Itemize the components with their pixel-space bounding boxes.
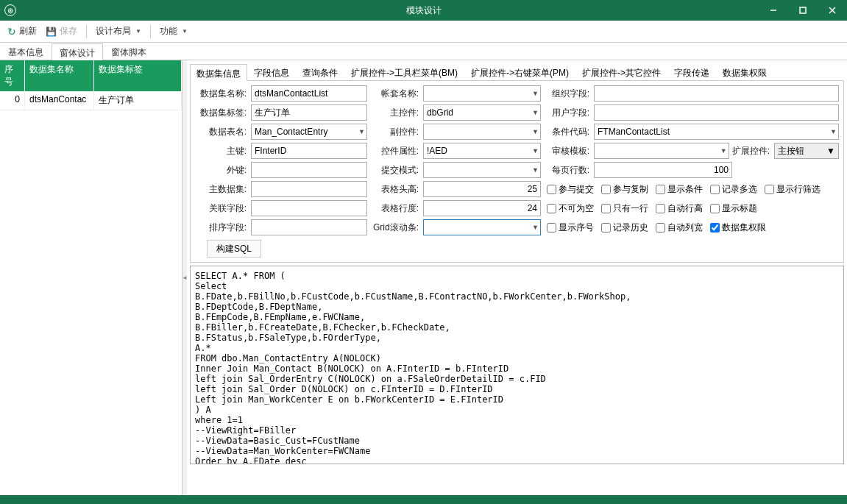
dataset-row[interactable]: 0 dtsManContac 生产订单 xyxy=(0,91,182,110)
input-fk[interactable] xyxy=(251,162,367,178)
label-sub-ctrl: 副控件: xyxy=(370,126,420,138)
combo-sub-ctrl[interactable]: ▼ xyxy=(423,124,541,140)
close-button[interactable] xyxy=(818,0,847,21)
divider xyxy=(150,25,151,38)
label-scroll: Grid滚动条: xyxy=(370,221,420,234)
chk-auto-col-w[interactable]: 自动列宽 xyxy=(656,221,703,234)
input-head-h[interactable] xyxy=(423,181,541,197)
tab-form-script[interactable]: 窗体脚本 xyxy=(103,43,155,60)
chk-show-seq[interactable]: 显示序号 xyxy=(547,221,594,234)
chk-show-cond[interactable]: 显示条件 xyxy=(656,183,703,196)
input-sort-field[interactable] xyxy=(251,219,367,235)
checkbox-group-1: 参与提交 参与复制 显示条件 记录多选 显示行筛选 xyxy=(544,183,839,196)
maximize-button[interactable] xyxy=(788,0,818,21)
toolbar: ↻刷新 💾保存 设计布局▼ 功能▼ xyxy=(0,21,847,43)
input-ds-label[interactable] xyxy=(251,104,367,121)
tab-query-cond[interactable]: 查询条件 xyxy=(296,63,344,80)
checkbox-group-2: 不可为空 只有一行 自动行高 显示标题 xyxy=(544,202,839,215)
label-ext-ctrl: 扩展控件: xyxy=(732,145,771,157)
chk-history[interactable]: 记录历史 xyxy=(601,221,648,234)
minimize-button[interactable] xyxy=(759,0,788,21)
chk-ds-perm[interactable]: 数据集权限 xyxy=(710,221,766,234)
tab-ds-perm[interactable]: 数据集权限 xyxy=(716,63,773,80)
combo-ctrl-attr[interactable]: !AED▼ xyxy=(423,143,541,159)
tab-basic-info[interactable]: 基本信息 xyxy=(0,43,52,60)
refresh-icon: ↻ xyxy=(7,26,16,38)
chk-show-title[interactable]: 显示标题 xyxy=(710,202,757,215)
label-ctrl-attr: 控件属性: xyxy=(370,145,420,157)
chevron-down-icon: ▼ xyxy=(182,28,188,35)
label-ds-label: 数据集标签: xyxy=(195,107,248,119)
detail-tabs: 数据集信息 字段信息 查询条件 扩展控件->工具栏菜单(BM) 扩展控件->右键… xyxy=(190,63,844,81)
label-audit-tpl: 审核模板: xyxy=(544,145,591,157)
chk-copy[interactable]: 参与复制 xyxy=(601,183,648,196)
input-row-h[interactable] xyxy=(423,200,541,216)
chevron-down-icon: ▼ xyxy=(135,28,141,35)
window-title: 模块设计 xyxy=(406,4,442,17)
chk-one-row[interactable]: 只有一行 xyxy=(601,202,648,215)
label-submit-mode: 提交模式: xyxy=(370,164,420,177)
input-user-field[interactable] xyxy=(594,104,839,121)
left-panel: 序号 数据集名称 数据集标签 0 dtsManContac 生产订单 xyxy=(0,60,182,495)
label-main-ctrl: 主控件: xyxy=(370,107,420,119)
label-main-ds: 主数据集: xyxy=(195,183,248,196)
save-button: 💾保存 xyxy=(43,24,80,39)
combo-submit-mode[interactable]: ▼ xyxy=(423,162,541,178)
save-icon: 💾 xyxy=(46,26,57,37)
col-seq: 序号 xyxy=(0,60,25,91)
divider xyxy=(86,25,87,38)
tab-ext-other[interactable]: 扩展控件->其它控件 xyxy=(575,63,667,80)
input-rel-field[interactable] xyxy=(251,200,367,216)
main-tabs: 基本信息 窗体设计 窗体脚本 xyxy=(0,43,847,60)
titlebar: ⊕ 模块设计 xyxy=(0,0,847,21)
label-org-field: 组织字段: xyxy=(544,88,591,100)
function-dropdown[interactable]: 功能▼ xyxy=(157,24,191,39)
input-ds-name[interactable] xyxy=(251,85,367,102)
combo-cond-code[interactable]: FTManContactList▼ xyxy=(594,124,839,140)
tab-field-pass[interactable]: 字段传递 xyxy=(667,63,716,80)
label-ds-name: 数据集名称: xyxy=(195,88,248,100)
label-row-h: 表格行度: xyxy=(370,202,420,215)
build-sql-button[interactable]: 构建SQL xyxy=(207,240,261,258)
refresh-button[interactable]: ↻刷新 xyxy=(4,24,40,39)
combo-audit-tpl[interactable]: ▼ xyxy=(594,143,729,159)
label-pk: 主键: xyxy=(195,145,248,157)
combo-scroll[interactable]: ▼ xyxy=(423,219,541,235)
input-main-ds[interactable] xyxy=(251,181,367,197)
tab-field-info[interactable]: 字段信息 xyxy=(247,63,296,80)
tab-ds-info[interactable]: 数据集信息 xyxy=(190,64,247,81)
chk-multi-select[interactable]: 记录多选 xyxy=(710,183,757,196)
splitter-handle[interactable] xyxy=(182,60,187,495)
label-fk: 外键: xyxy=(195,164,248,177)
label-table-name: 数据表名: xyxy=(195,126,248,138)
combo-table-name[interactable]: Man_ContactEntry▼ xyxy=(251,124,367,140)
status-bar xyxy=(0,495,847,504)
chk-row-filter[interactable]: 显示行筛选 xyxy=(765,183,821,196)
label-sort-field: 排序字段: xyxy=(195,221,248,234)
combo-book-name[interactable]: ▼ xyxy=(423,85,541,102)
tab-ext-context[interactable]: 扩展控件->右键菜单(PM) xyxy=(464,63,575,80)
svg-rect-1 xyxy=(800,7,806,13)
label-cond-code: 条件代码: xyxy=(544,126,591,138)
col-label: 数据集标签 xyxy=(94,60,182,91)
combo-main-ctrl[interactable]: dbGrid▼ xyxy=(423,104,541,121)
right-panel: 数据集信息 字段信息 查询条件 扩展控件->工具栏菜单(BM) 扩展控件->右键… xyxy=(187,60,847,495)
chk-auto-row-h[interactable]: 自动行高 xyxy=(656,202,703,215)
chk-not-null[interactable]: 不可为空 xyxy=(547,202,594,215)
combo-ext-ctrl[interactable]: 主按钮▼ xyxy=(774,143,839,159)
label-rel-field: 关联字段: xyxy=(195,202,248,215)
tab-form-design[interactable]: 窗体设计 xyxy=(52,43,103,60)
tab-ext-toolbar[interactable]: 扩展控件->工具栏菜单(BM) xyxy=(344,63,464,80)
label-page-rows: 每页行数: xyxy=(544,164,591,177)
label-user-field: 用户字段: xyxy=(544,107,591,119)
input-pk[interactable] xyxy=(251,143,367,159)
input-page-rows[interactable] xyxy=(594,162,732,178)
chk-submit[interactable]: 参与提交 xyxy=(547,183,594,196)
col-name: 数据集名称 xyxy=(25,60,94,91)
dataset-table-header: 序号 数据集名称 数据集标签 xyxy=(0,60,182,91)
checkbox-group-3: 显示序号 记录历史 自动列宽 数据集权限 xyxy=(544,221,839,234)
layout-dropdown[interactable]: 设计布局▼ xyxy=(93,24,144,39)
input-org-field[interactable] xyxy=(594,85,839,102)
sql-textarea[interactable]: SELECT A.* FROM ( Select B.FDate,b.FBill… xyxy=(190,266,844,464)
label-book-name: 帐套名称: xyxy=(370,88,420,100)
